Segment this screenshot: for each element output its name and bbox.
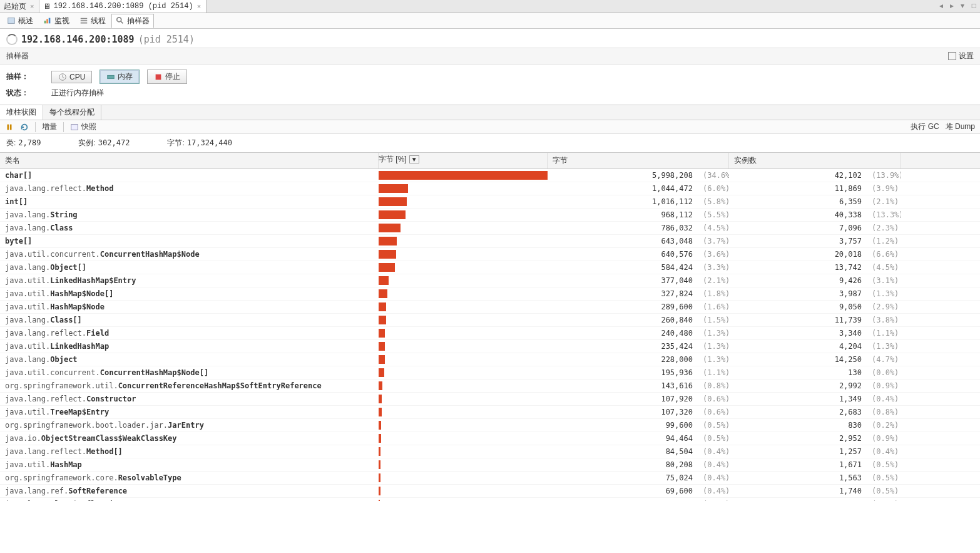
memory-button[interactable]: 内存 [100,70,140,84]
cell-bytes: 94,464 [548,434,698,443]
editor-tab[interactable]: 🖥192.168.146.200:1089 (pid 2514)× [39,0,207,13]
cell-instances: 7,096 [729,224,867,232]
sampling-controls: 抽样： CPU 内存 停止 状态： 正进行内存抽样 [0,65,980,105]
table-row[interactable]: java.lang.ref.SoftReference69,600(0.4%)1… [0,485,980,498]
table-row[interactable]: java.util.LinkedHashMap235,424(1.3%)4,20… [0,340,980,353]
cell-instances-pct: (1.2%) [867,237,901,245]
cell-bytes: 228,000 [548,355,698,364]
close-icon[interactable]: × [196,3,202,10]
detail-tab[interactable]: 监视 [39,14,74,28]
cell-classname: java.lang.Class[] [0,316,379,324]
cell-instances: 130 [729,368,867,377]
cell-bar [379,341,548,352]
table-row[interactable]: java.lang.Class786,032(4.5%)7,096(2.3%) [0,222,980,235]
bytes-value: 17,324,440 [187,138,232,147]
editor-tab-strip: 起始页×🖥192.168.146.200:1089 (pid 2514)× ◂ … [0,0,980,13]
table-row[interactable]: java.lang.Class[]260,840(1.5%)11,739(3.8… [0,314,980,327]
table-row[interactable]: java.lang.reflect.Constructor107,920(0.6… [0,393,980,406]
table-row[interactable]: java.util.HashMap80,208(0.4%)1,671(0.5%) [0,458,980,472]
table-row[interactable]: int[]1,016,112(5.8%)6,359(2.1%) [0,195,980,209]
cell-instances-pct: (0.4%) [867,447,901,456]
cell-classname: org.springframework.boot.loader.jar.JarE… [0,421,379,430]
stop-button[interactable]: 停止 [147,70,187,84]
cell-bytes: 80,208 [548,460,698,469]
cell-instances: 830 [729,421,867,430]
col-classname[interactable]: 类名 [0,153,379,168]
table-row[interactable]: java.lang.reflect.Method[]84,504(0.4%)1,… [0,445,980,458]
cell-instances: 2,683 [729,408,867,416]
cell-bytes: 240,480 [548,329,698,338]
cell-instances: 1,671 [729,460,867,469]
table-body[interactable]: char[]5,998,208(34.6%)42,102(13.9%)java.… [0,169,980,501]
window-controls[interactable]: ◂ ▸ ▾ □ [939,1,979,10]
table-row[interactable]: char[]5,998,208(34.6%)42,102(13.9%) [0,169,980,182]
table-row[interactable]: java.lang.reflect.Field240,480(1.3%)3,34… [0,327,980,340]
detail-tab[interactable]: 概述 [3,14,38,28]
perform-gc-button[interactable]: 执行 GC [911,121,939,132]
cell-bar [379,235,548,247]
detail-tab[interactable]: 抽样器 [111,14,154,28]
cell-classname: java.lang.Class [0,224,379,232]
cell-classname: java.util.HashMap [0,460,379,469]
status-value: 正进行内存抽样 [51,88,104,98]
table-row[interactable]: java.util.TreeMap$Entry107,320(0.6%)2,68… [0,406,980,419]
cell-bytes: 99,600 [548,421,698,430]
view-tab[interactable]: 每个线程分配 [43,105,101,120]
settings-toggle[interactable]: 设置 [948,51,974,61]
cell-bytes-pct: (3.3%) [698,263,729,272]
cell-bytes-pct: (3.7%) [698,237,729,245]
table-row[interactable]: org.springframework.core.ResolvableType7… [0,472,980,485]
editor-tab[interactable]: 起始页× [0,0,39,13]
table-row[interactable]: java.util.concurrent.ConcurrentHashMap$N… [0,366,980,380]
heap-dump-button[interactable]: 堆 Dump [946,121,975,132]
detail-tab[interactable]: 线程 [75,14,110,28]
cell-instances: 40,338 [729,210,867,219]
svg-rect-6 [108,75,115,78]
col-instances[interactable]: 实例数 [729,153,901,168]
table-row[interactable]: org.springframework.boot.loader.jar.JarE… [0,419,980,432]
table-row[interactable]: java.util.HashMap$Node289,600(1.6%)9,050… [0,301,980,314]
col-bytes[interactable]: 字节 [548,153,729,168]
table-row[interactable]: java.util.concurrent.ConcurrentHashMap$N… [0,248,980,261]
table-row[interactable]: java.lang.reflect.Method1,044,472(6.0%)1… [0,182,980,195]
cell-bytes-pct: (1.5%) [698,316,729,324]
table-row[interactable]: java.lang.Object[]584,424(3.3%)13,742(4.… [0,261,980,274]
close-icon[interactable]: × [29,3,35,10]
cell-bytes-pct: (4.5%) [698,224,729,232]
sampler-panel-title: 抽样器 [6,51,29,61]
cell-instances: 3,340 [729,329,867,338]
cell-bar [379,275,548,286]
delta-button[interactable]: 增量 [42,121,57,132]
table-row[interactable]: java.lang.Object228,000(1.3%)14,250(4.7%… [0,353,980,366]
detail-tab-strip: 概述监视线程抽样器 [0,13,980,29]
table-row[interactable]: java.lang.String968,112(5.5%)40,338(13.3… [0,209,980,222]
cell-instances: 9,050 [729,302,867,311]
cell-instances: 4,204 [729,342,867,351]
table-row[interactable]: java.util.HashMap$Node[]327,824(1.8%)3,9… [0,287,980,301]
cell-bytes-pct: (3.6%) [698,250,729,259]
cpu-button[interactable]: CPU [51,71,92,83]
memory-icon [106,73,115,81]
clock-icon [58,73,67,81]
table-row[interactable]: org.springframework.util.ConcurrentRefer… [0,380,980,393]
instances-label: 实例: [78,138,95,147]
cell-classname: java.lang.reflect.Method [0,184,379,193]
cell-instances: 42,102 [729,171,867,180]
view-tab[interactable]: 堆柱状图 [0,105,43,120]
tab-icon [79,16,88,25]
col-bytes-pct[interactable]: 字节 [%]▼ [379,153,548,168]
table-row[interactable]: java.util.LinkedHashMap$Entry377,040(2.1… [0,274,980,287]
cell-instances-pct: (0.4%) [867,395,901,403]
cell-bytes: 107,320 [548,408,698,416]
cell-instances: 11,869 [729,184,867,193]
pause-button[interactable] [5,123,14,132]
table-row[interactable]: byte[]643,048(3.7%)3,757(1.2%) [0,235,980,248]
cell-bytes: 640,576 [548,250,698,259]
table-row[interactable]: java.lang.Class$ReflectionData66,864(0.3… [0,498,980,501]
refresh-button[interactable] [20,123,29,132]
snapshot-button[interactable]: 快照 [70,121,96,132]
cell-bytes-pct: (0.4%) [698,487,729,495]
summary-stats: 类:2,789 实例:302,472 字节:17,324,440 [0,134,980,152]
table-row[interactable]: java.io.ObjectStreamClass$WeakClassKey94… [0,432,980,445]
cell-instances-pct: (0.5%) [867,460,901,469]
